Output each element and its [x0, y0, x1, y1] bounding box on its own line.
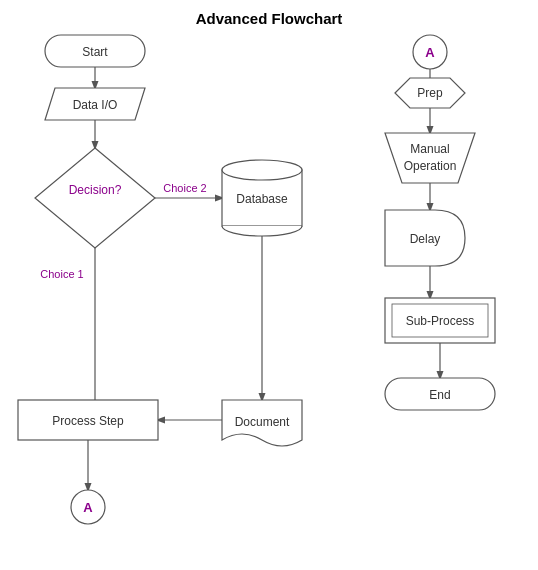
- manual-op-line2: Operation: [404, 159, 457, 173]
- database-label: Database: [236, 192, 288, 206]
- choice1-label: Choice 1: [40, 268, 83, 280]
- manual-op-line1: Manual: [410, 142, 449, 156]
- flowchart-page: Advanced Flowchart Start Data I/O Decisi…: [0, 0, 538, 570]
- delay-label: Delay: [410, 232, 441, 246]
- document-label: Document: [235, 415, 290, 429]
- start-label: Start: [82, 45, 108, 59]
- flowchart-svg: Start Data I/O Decision? Choice 1 Choice…: [0, 0, 538, 570]
- end-label: End: [429, 388, 450, 402]
- decision-label: Decision?: [69, 183, 122, 197]
- dataio-label: Data I/O: [73, 98, 118, 112]
- choice2-label: Choice 2: [163, 182, 206, 194]
- svg-point-8: [222, 160, 302, 180]
- svg-marker-4: [35, 148, 155, 248]
- prep-label: Prep: [417, 86, 443, 100]
- process-label: Process Step: [52, 414, 124, 428]
- subprocess-label: Sub-Process: [406, 314, 475, 328]
- connector-a-top-label: A: [425, 45, 435, 60]
- svg-marker-18: [385, 133, 475, 183]
- connector-a-bottom-label: A: [83, 500, 93, 515]
